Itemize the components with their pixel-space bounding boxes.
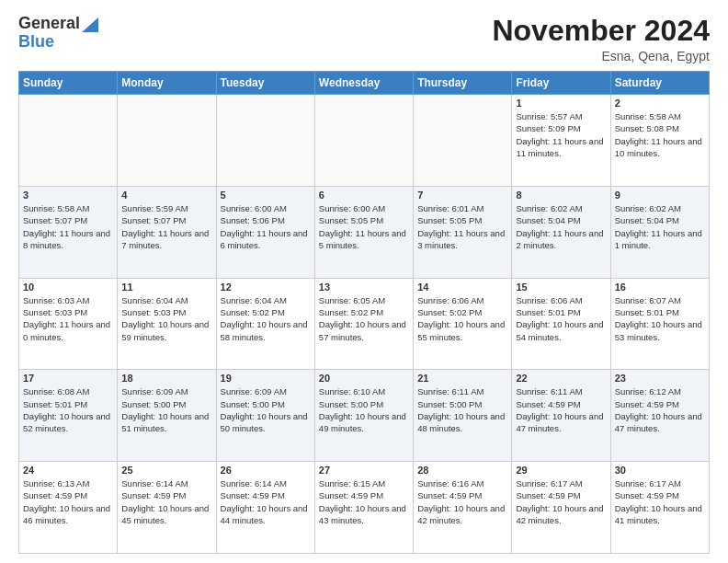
logo-blue-text: Blue: [18, 33, 54, 52]
day-info: Sunrise: 6:07 AM Sunset: 5:01 PM Dayligh…: [615, 294, 705, 343]
day-number: 1: [516, 98, 606, 109]
header-sunday: Sunday: [19, 72, 118, 95]
table-row: 16Sunrise: 6:07 AM Sunset: 5:01 PM Dayli…: [610, 278, 709, 370]
calendar-week-row: 10Sunrise: 6:03 AM Sunset: 5:03 PM Dayli…: [19, 278, 710, 370]
table-row: 6Sunrise: 6:00 AM Sunset: 5:05 PM Daylig…: [314, 186, 413, 278]
day-number: 13: [319, 282, 409, 293]
day-number: 22: [516, 373, 606, 384]
calendar-table: Sunday Monday Tuesday Wednesday Thursday…: [18, 71, 710, 554]
table-row: 23Sunrise: 6:12 AM Sunset: 4:59 PM Dayli…: [610, 370, 709, 462]
table-row: 24Sunrise: 6:13 AM Sunset: 4:59 PM Dayli…: [19, 462, 118, 554]
day-number: 21: [417, 373, 507, 384]
day-number: 14: [417, 282, 507, 293]
table-row: [314, 95, 413, 187]
logo: General Blue: [18, 15, 98, 52]
day-number: 2: [615, 98, 705, 109]
day-number: 19: [221, 373, 311, 384]
page: General Blue November 2024 Esna, Qena, E…: [0, 0, 728, 563]
day-number: 8: [516, 190, 606, 201]
table-row: [118, 95, 216, 187]
day-number: 7: [417, 190, 507, 201]
calendar-week-row: 24Sunrise: 6:13 AM Sunset: 4:59 PM Dayli…: [19, 462, 710, 554]
table-row: [414, 95, 512, 187]
title-area: November 2024 Esna, Qena, Egypt: [492, 15, 710, 63]
svg-marker-0: [82, 17, 98, 32]
day-info: Sunrise: 6:13 AM Sunset: 4:59 PM Dayligh…: [23, 477, 113, 526]
table-row: 8Sunrise: 6:02 AM Sunset: 5:04 PM Daylig…: [512, 186, 610, 278]
table-row: 13Sunrise: 6:05 AM Sunset: 5:02 PM Dayli…: [314, 278, 413, 370]
day-number: 5: [221, 190, 311, 201]
table-row: 17Sunrise: 6:08 AM Sunset: 5:01 PM Dayli…: [19, 370, 118, 462]
day-info: Sunrise: 6:03 AM Sunset: 5:03 PM Dayligh…: [23, 294, 113, 343]
day-number: 4: [121, 190, 211, 201]
table-row: 5Sunrise: 6:00 AM Sunset: 5:06 PM Daylig…: [216, 186, 314, 278]
day-info: Sunrise: 6:04 AM Sunset: 5:02 PM Dayligh…: [221, 294, 311, 343]
table-row: 15Sunrise: 6:06 AM Sunset: 5:01 PM Dayli…: [512, 278, 610, 370]
table-row: 30Sunrise: 6:17 AM Sunset: 4:59 PM Dayli…: [610, 462, 709, 554]
table-row: 1Sunrise: 5:57 AM Sunset: 5:09 PM Daylig…: [512, 95, 610, 187]
day-number: 28: [417, 465, 507, 476]
day-number: 16: [615, 282, 705, 293]
day-info: Sunrise: 6:02 AM Sunset: 5:04 PM Dayligh…: [615, 202, 705, 251]
day-number: 15: [516, 282, 606, 293]
header: General Blue November 2024 Esna, Qena, E…: [18, 15, 710, 63]
day-info: Sunrise: 6:17 AM Sunset: 4:59 PM Dayligh…: [615, 477, 705, 526]
table-row: [19, 95, 118, 187]
logo-general-text: General: [18, 15, 80, 33]
table-row: 14Sunrise: 6:06 AM Sunset: 5:02 PM Dayli…: [414, 278, 512, 370]
table-row: 29Sunrise: 6:17 AM Sunset: 4:59 PM Dayli…: [512, 462, 610, 554]
day-number: 23: [615, 373, 705, 384]
table-row: 7Sunrise: 6:01 AM Sunset: 5:05 PM Daylig…: [414, 186, 512, 278]
day-info: Sunrise: 6:12 AM Sunset: 4:59 PM Dayligh…: [615, 385, 705, 434]
day-number: 30: [615, 465, 705, 476]
day-info: Sunrise: 6:01 AM Sunset: 5:05 PM Dayligh…: [417, 202, 507, 251]
location: Esna, Qena, Egypt: [492, 49, 710, 63]
day-number: 10: [23, 282, 113, 293]
table-row: 25Sunrise: 6:14 AM Sunset: 4:59 PM Dayli…: [118, 462, 216, 554]
day-info: Sunrise: 6:14 AM Sunset: 4:59 PM Dayligh…: [221, 477, 311, 526]
weekday-header-row: Sunday Monday Tuesday Wednesday Thursday…: [19, 72, 710, 95]
table-row: 2Sunrise: 5:58 AM Sunset: 5:08 PM Daylig…: [610, 95, 709, 187]
table-row: 10Sunrise: 6:03 AM Sunset: 5:03 PM Dayli…: [19, 278, 118, 370]
table-row: 21Sunrise: 6:11 AM Sunset: 5:00 PM Dayli…: [414, 370, 512, 462]
day-info: Sunrise: 6:00 AM Sunset: 5:05 PM Dayligh…: [319, 202, 409, 251]
day-info: Sunrise: 6:11 AM Sunset: 5:00 PM Dayligh…: [417, 385, 507, 434]
day-number: 12: [221, 282, 311, 293]
day-info: Sunrise: 6:04 AM Sunset: 5:03 PM Dayligh…: [121, 294, 211, 343]
table-row: 9Sunrise: 6:02 AM Sunset: 5:04 PM Daylig…: [610, 186, 709, 278]
day-info: Sunrise: 5:58 AM Sunset: 5:08 PM Dayligh…: [615, 110, 705, 159]
day-number: 27: [319, 465, 409, 476]
table-row: 4Sunrise: 5:59 AM Sunset: 5:07 PM Daylig…: [118, 186, 216, 278]
table-row: 19Sunrise: 6:09 AM Sunset: 5:00 PM Dayli…: [216, 370, 314, 462]
day-info: Sunrise: 6:02 AM Sunset: 5:04 PM Dayligh…: [516, 202, 606, 251]
day-info: Sunrise: 6:15 AM Sunset: 4:59 PM Dayligh…: [319, 477, 409, 526]
day-info: Sunrise: 6:16 AM Sunset: 4:59 PM Dayligh…: [417, 477, 507, 526]
table-row: 11Sunrise: 6:04 AM Sunset: 5:03 PM Dayli…: [118, 278, 216, 370]
logo-triangle-icon: [82, 17, 98, 32]
table-row: 22Sunrise: 6:11 AM Sunset: 4:59 PM Dayli…: [512, 370, 610, 462]
day-number: 24: [23, 465, 113, 476]
day-number: 26: [221, 465, 311, 476]
header-wednesday: Wednesday: [314, 72, 413, 95]
day-number: 3: [23, 190, 113, 201]
header-tuesday: Tuesday: [216, 72, 314, 95]
calendar-week-row: 17Sunrise: 6:08 AM Sunset: 5:01 PM Dayli…: [19, 370, 710, 462]
day-info: Sunrise: 5:59 AM Sunset: 5:07 PM Dayligh…: [121, 202, 211, 251]
table-row: 3Sunrise: 5:58 AM Sunset: 5:07 PM Daylig…: [19, 186, 118, 278]
table-row: 28Sunrise: 6:16 AM Sunset: 4:59 PM Dayli…: [414, 462, 512, 554]
day-info: Sunrise: 6:06 AM Sunset: 5:02 PM Dayligh…: [417, 294, 507, 343]
day-info: Sunrise: 6:05 AM Sunset: 5:02 PM Dayligh…: [319, 294, 409, 343]
table-row: [216, 95, 314, 187]
day-info: Sunrise: 6:08 AM Sunset: 5:01 PM Dayligh…: [23, 385, 113, 434]
day-info: Sunrise: 6:14 AM Sunset: 4:59 PM Dayligh…: [121, 477, 211, 526]
calendar-week-row: 1Sunrise: 5:57 AM Sunset: 5:09 PM Daylig…: [19, 95, 710, 187]
table-row: 27Sunrise: 6:15 AM Sunset: 4:59 PM Dayli…: [314, 462, 413, 554]
day-info: Sunrise: 5:57 AM Sunset: 5:09 PM Dayligh…: [516, 110, 606, 159]
day-info: Sunrise: 6:09 AM Sunset: 5:00 PM Dayligh…: [221, 385, 311, 434]
header-thursday: Thursday: [414, 72, 512, 95]
calendar-week-row: 3Sunrise: 5:58 AM Sunset: 5:07 PM Daylig…: [19, 186, 710, 278]
table-row: 20Sunrise: 6:10 AM Sunset: 5:00 PM Dayli…: [314, 370, 413, 462]
day-number: 11: [121, 282, 211, 293]
day-info: Sunrise: 6:06 AM Sunset: 5:01 PM Dayligh…: [516, 294, 606, 343]
day-number: 6: [319, 190, 409, 201]
